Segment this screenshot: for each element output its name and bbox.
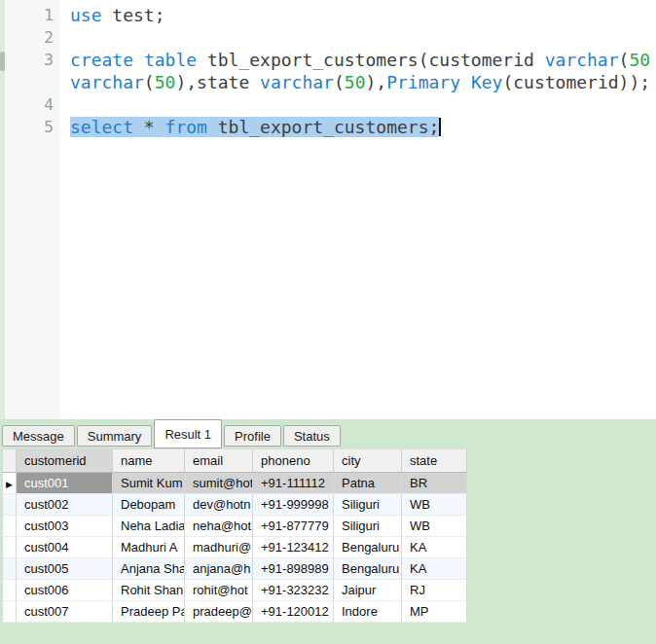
table-row[interactable]: cust007Pradeep Papradeep@+91-120012Indor… bbox=[3, 601, 467, 623]
grid-cell[interactable]: cust001 bbox=[17, 473, 113, 494]
code-area[interactable]: use test;create table tbl_export_custome… bbox=[60, 0, 656, 419]
code-line[interactable] bbox=[70, 26, 656, 49]
grid-cell[interactable]: WB bbox=[402, 516, 467, 537]
table-row[interactable]: cust002Debopamdev@hotn+91-999998Siliguri… bbox=[3, 494, 467, 516]
code-line[interactable]: create table tbl_export_customers(custom… bbox=[70, 49, 656, 71]
tab-status[interactable]: Status bbox=[283, 425, 341, 447]
grid-cell[interactable]: cust002 bbox=[17, 494, 113, 516]
table-row[interactable]: ▶cust001Sumit Kumsumit@hot+91-111112Patn… bbox=[3, 473, 467, 494]
column-header-customerid[interactable]: customerid bbox=[17, 449, 113, 473]
grid-cell[interactable]: rohit@hot bbox=[185, 580, 253, 601]
grid-cell[interactable]: cust006 bbox=[17, 580, 113, 601]
grid-cell[interactable]: sumit@hot bbox=[185, 473, 253, 494]
grid-cell[interactable]: Bengaluru bbox=[334, 558, 402, 580]
column-header-email[interactable]: email bbox=[185, 449, 253, 473]
code-segment bbox=[460, 72, 471, 92]
grid-cell[interactable]: +91-111112 bbox=[253, 473, 334, 494]
code-line[interactable]: varchar(50),state varchar(50),Primary Ke… bbox=[70, 71, 656, 93]
column-header-name[interactable]: name bbox=[113, 449, 185, 473]
row-selector[interactable] bbox=[3, 601, 17, 623]
grid-cell[interactable]: WB bbox=[402, 494, 467, 516]
code-segment: varchar bbox=[545, 50, 619, 70]
row-selector[interactable] bbox=[3, 558, 17, 580]
code-segment: * bbox=[133, 117, 165, 137]
grid-cell[interactable]: Rohit Shan bbox=[113, 580, 185, 601]
code-segment: create bbox=[70, 50, 133, 70]
tab-message[interactable]: Message bbox=[2, 425, 75, 447]
grid-cell[interactable]: KA bbox=[402, 558, 467, 580]
code-segment: tbl_export_customers(customerid bbox=[197, 50, 545, 70]
table-row[interactable]: cust006Rohit Shanrohit@hot+91-323232Jaip… bbox=[3, 580, 467, 601]
grid-cell[interactable]: +91-898989 bbox=[253, 558, 334, 580]
grid-cell[interactable]: cust005 bbox=[17, 558, 113, 580]
grid-cell[interactable]: neha@hot bbox=[185, 516, 253, 537]
grid-cell[interactable]: +91-120012 bbox=[253, 601, 334, 623]
code-segment: 50 bbox=[629, 50, 650, 70]
results-tab-bar: MessageSummaryResult 1ProfileStatus bbox=[0, 419, 656, 449]
code-segment: from bbox=[165, 117, 207, 137]
code-line[interactable]: select * from tbl_export_customers; bbox=[70, 116, 656, 138]
code-segment: select bbox=[70, 117, 133, 137]
grid-cell[interactable]: Neha Ladia bbox=[113, 516, 185, 537]
row-selector[interactable] bbox=[3, 494, 17, 516]
grid-cell[interactable]: +91-999998 bbox=[253, 494, 334, 516]
column-header-state[interactable]: state bbox=[402, 449, 467, 473]
code-segment: ( bbox=[334, 72, 345, 92]
grid-cell[interactable]: Madhuri A bbox=[113, 537, 185, 558]
table-row[interactable]: cust004Madhuri Amadhuri@+91-123412Bengal… bbox=[3, 537, 467, 558]
code-segment: test; bbox=[102, 5, 165, 25]
grid-cell[interactable]: +91-877779 bbox=[253, 516, 334, 537]
row-selector[interactable] bbox=[3, 580, 17, 601]
grid-cell[interactable]: +91-123412 bbox=[253, 537, 334, 558]
code-segment: varchar bbox=[260, 72, 334, 92]
grid-cell[interactable]: +91-323232 bbox=[253, 580, 334, 601]
grid-cell[interactable]: KA bbox=[402, 537, 467, 558]
code-segment: (customerid)); bbox=[502, 72, 650, 92]
grid-cell[interactable]: Debopam bbox=[113, 494, 185, 516]
grid-cell[interactable]: MP bbox=[402, 601, 467, 623]
grid-cell[interactable]: Jaipur bbox=[334, 580, 402, 601]
grid-cell[interactable]: cust007 bbox=[17, 601, 113, 623]
table-row[interactable]: cust003Neha Ladianeha@hot+91-877779Silig… bbox=[3, 516, 467, 537]
grid-cell[interactable]: Bengaluru bbox=[334, 537, 402, 558]
scrollbar-thumb[interactable] bbox=[0, 52, 5, 71]
grid-cell[interactable]: Indore bbox=[334, 601, 402, 623]
grid-cell[interactable]: anjana@h bbox=[185, 558, 253, 580]
grid-cell[interactable]: Siliguri bbox=[334, 516, 402, 537]
table-row[interactable]: cust005Anjana Shaanjana@h+91-898989Benga… bbox=[3, 558, 467, 580]
grid-cell[interactable]: RJ bbox=[402, 580, 467, 601]
code-segment: Key bbox=[471, 72, 503, 92]
grid-cell[interactable]: dev@hotn bbox=[185, 494, 253, 516]
grid-cell[interactable]: cust004 bbox=[17, 537, 113, 558]
row-selector[interactable]: ▶ bbox=[3, 473, 17, 494]
code-segment: ( bbox=[619, 50, 630, 70]
sql-editor[interactable]: 12345 use test;create table tbl_export_c… bbox=[0, 0, 656, 419]
grid-header-row: customeridnameemailphonenocitystate bbox=[3, 449, 467, 473]
selected-text: select * from tbl_export_customers; bbox=[70, 117, 439, 137]
code-segment: tbl_export_customers; bbox=[207, 117, 439, 137]
editor-left-strip bbox=[0, 0, 5, 419]
code-line[interactable] bbox=[70, 93, 656, 116]
code-segment: 50 bbox=[345, 72, 366, 92]
tab-profile[interactable]: Profile bbox=[224, 425, 281, 447]
grid-cell[interactable]: Anjana Sha bbox=[113, 558, 185, 580]
line-number-gutter: 12345 bbox=[5, 0, 60, 419]
row-selector[interactable] bbox=[3, 537, 17, 558]
column-header-phoneno[interactable]: phoneno bbox=[253, 449, 334, 473]
grid-cell[interactable]: pradeep@ bbox=[185, 601, 253, 623]
row-selector[interactable] bbox=[3, 516, 17, 537]
line-number: 5 bbox=[5, 116, 54, 138]
grid-cell[interactable]: Sumit Kum bbox=[113, 473, 185, 494]
code-line[interactable]: use test; bbox=[70, 4, 656, 26]
line-number bbox=[5, 71, 54, 93]
tab-result-1[interactable]: Result 1 bbox=[154, 419, 222, 448]
grid-cell[interactable]: Patna bbox=[334, 473, 402, 494]
grid-cell[interactable]: madhuri@ bbox=[185, 537, 253, 558]
column-header-city[interactable]: city bbox=[334, 449, 402, 473]
grid-cell[interactable]: Siliguri bbox=[334, 494, 402, 516]
grid-cell[interactable]: Pradeep Pa bbox=[113, 601, 185, 623]
grid-cell[interactable]: cust003 bbox=[17, 516, 113, 537]
grid-cell[interactable]: BR bbox=[402, 473, 467, 494]
line-number: 3 bbox=[5, 49, 54, 71]
tab-summary[interactable]: Summary bbox=[77, 425, 153, 447]
